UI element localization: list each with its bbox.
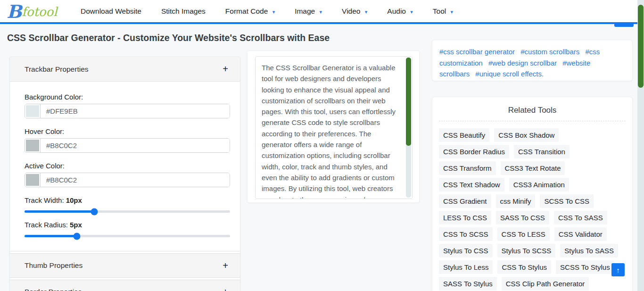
related-tool-link[interactable]: LESS To CSS	[439, 211, 491, 224]
main-nav: Download Website Stitch Images Format Co…	[81, 0, 453, 22]
nav-item-label: Video	[342, 7, 360, 15]
chevron-down-icon: ▾	[365, 9, 368, 15]
nav-item[interactable]: Download Website	[81, 7, 141, 16]
related-tool-link[interactable]: CSS Border Radius	[439, 145, 509, 158]
page-title: CSS Scrollbar Generator - Customize Your…	[7, 33, 330, 43]
color-swatch[interactable]	[25, 173, 41, 187]
nav-item-label: Tool	[433, 7, 446, 15]
related-tool-link[interactable]: CSS Gradient	[439, 194, 491, 208]
related-tool-link[interactable]: SASS To Stylus	[439, 277, 497, 291]
color-input-group	[25, 173, 230, 187]
slider-label-text: Track Radius:	[25, 221, 68, 229]
related-tools-list: CSS Beautify CSS Box Shadow CSS Border R…	[439, 128, 626, 291]
page-scrollbar-track[interactable]	[637, 0, 644, 291]
generator-panel: Trackbar Properties + Background Color:	[9, 57, 240, 291]
slider-thumb[interactable]	[91, 208, 98, 215]
related-tool-link[interactable]: SCSS To Stylus	[556, 260, 614, 274]
nav-item-label: Format Code	[225, 7, 268, 15]
slider-field: Track Radius:5px	[25, 221, 230, 237]
related-tool-link[interactable]: Stylus To SASS	[560, 244, 618, 258]
accordion-title: Thumb Properties	[25, 261, 83, 270]
slider-thumb[interactable]	[74, 233, 81, 240]
slider-value: 10px	[66, 196, 82, 204]
color-hex-input[interactable]	[41, 139, 230, 152]
related-tool-link[interactable]: CSS To SCSS	[439, 227, 493, 241]
accordion-title: Trackbar Properties	[25, 65, 89, 74]
hashtag-link[interactable]: #css scrollbar generator	[439, 48, 515, 56]
related-tool-link[interactable]: CSS To SASS	[554, 211, 607, 224]
logo-icon: B	[7, 3, 21, 21]
chevron-down-icon: ▾	[451, 9, 454, 15]
range-slider[interactable]	[25, 210, 230, 213]
arrow-up-icon: ↑	[616, 266, 620, 274]
nav-item[interactable]: Audio ▾	[387, 7, 413, 16]
chevron-down-icon: ▾	[272, 9, 275, 15]
plus-icon: +	[223, 287, 228, 291]
hashtag-list: #css scrollbar generator #custom scrollb…	[439, 46, 625, 80]
color-field-label: Hover Color:	[25, 127, 230, 135]
range-slider[interactable]	[25, 235, 230, 237]
related-tool-link[interactable]: Stylus To SCSS	[497, 244, 556, 258]
related-tool-link[interactable]: CSS Validator	[554, 227, 607, 241]
nav-item[interactable]: Format Code ▾	[225, 7, 275, 16]
hashtag-link[interactable]: #custom scrollbars	[520, 48, 579, 56]
related-tool-link[interactable]: Stylus To Less	[439, 260, 493, 274]
nav-item[interactable]: Video ▾	[342, 7, 367, 16]
nav-item[interactable]: Tool ▾	[433, 7, 453, 16]
nav-item-label: Stitch Images	[161, 7, 206, 15]
hashtag-link[interactable]: #web design scrollbar	[488, 59, 557, 67]
accordion-section[interactable]: Thumb Properties +	[10, 253, 240, 278]
hashtag-link[interactable]: #unique scroll effects.	[475, 70, 544, 78]
accordion-trackbar-properties[interactable]: Trackbar Properties +	[10, 57, 240, 82]
related-tool-link[interactable]: Stylus To CSS	[439, 244, 493, 258]
related-tool-link[interactable]: CSS3 Text Rotate	[501, 161, 565, 175]
nav-item[interactable]: Image ▾	[295, 7, 322, 16]
related-tool-link[interactable]: CSS Transform	[439, 161, 496, 175]
slider-label: Track Width:10px	[25, 196, 230, 204]
scrollbar-preview[interactable]: The CSS Scrollbar Generator is a valuabl…	[255, 56, 413, 199]
trackbar-settings: Background Color: Hover Color:	[10, 82, 240, 251]
color-field-label: Background Color:	[25, 93, 230, 101]
divider	[439, 121, 626, 121]
site-logo[interactable]: B fotool	[7, 1, 57, 22]
accordion-section[interactable]: Border Properties +	[10, 280, 240, 291]
related-tool-link[interactable]: CSS To Stylus	[497, 260, 551, 274]
color-field: Active Color:	[25, 162, 230, 187]
color-swatch[interactable]	[25, 104, 41, 118]
related-tool-link[interactable]: SCSS To CSS	[540, 194, 594, 208]
related-tool-link[interactable]: CSS To LESS	[497, 227, 550, 241]
color-hex-input[interactable]	[41, 173, 230, 187]
plus-icon: +	[223, 260, 228, 271]
related-tools-card: Related Tools CSS Beautify CSS Box Shado…	[432, 97, 633, 291]
hashtags-card: #css scrollbar generator #custom scrollb…	[432, 40, 633, 81]
color-field-label: Active Color:	[25, 162, 230, 170]
collapsed-accordions: Thumb Properties + Border Properties +	[10, 253, 240, 291]
nav-item[interactable]: Stitch Images	[161, 7, 206, 16]
related-tool-link[interactable]: CSS Beautify	[439, 128, 489, 142]
chevron-down-icon: ▾	[410, 9, 413, 15]
related-tool-link[interactable]: SASS To CSS	[496, 211, 549, 224]
preview-scrollbar-track[interactable]	[406, 58, 411, 198]
related-tool-link[interactable]: CSS3 Animation	[509, 178, 569, 191]
slider-field: Track Width:10px	[25, 196, 230, 213]
slider-fields: Track Width:10px Track Radius:5px	[25, 196, 230, 237]
related-tool-link[interactable]: CSS Box Shadow	[494, 128, 559, 142]
chevron-down-icon: ▾	[320, 9, 322, 15]
nav-item-label: Audio	[387, 7, 406, 15]
preview-scrollbar-thumb[interactable]	[406, 58, 411, 146]
slider-label-text: Track Width:	[25, 196, 64, 204]
nav-item-label: Download Website	[81, 7, 141, 15]
color-field: Hover Color:	[25, 127, 230, 153]
color-hex-input[interactable]	[41, 104, 230, 118]
related-tool-link[interactable]: css Minify	[496, 194, 536, 208]
related-tool-link[interactable]: CSS Transition	[514, 145, 570, 158]
scroll-to-top-button[interactable]: ↑	[611, 263, 625, 276]
related-tool-link[interactable]: CSS Text Shadow	[439, 178, 504, 191]
color-input-group	[25, 104, 230, 118]
related-tool-link[interactable]: CSS Clip Path Generator	[502, 277, 589, 291]
page-scrollbar-thumb[interactable]	[638, 5, 644, 88]
preview-card: The CSS Scrollbar Generator is a valuabl…	[247, 50, 420, 203]
plus-icon: +	[223, 64, 228, 75]
color-swatch[interactable]	[25, 139, 41, 152]
logo-brand-text: fotool	[22, 5, 57, 19]
